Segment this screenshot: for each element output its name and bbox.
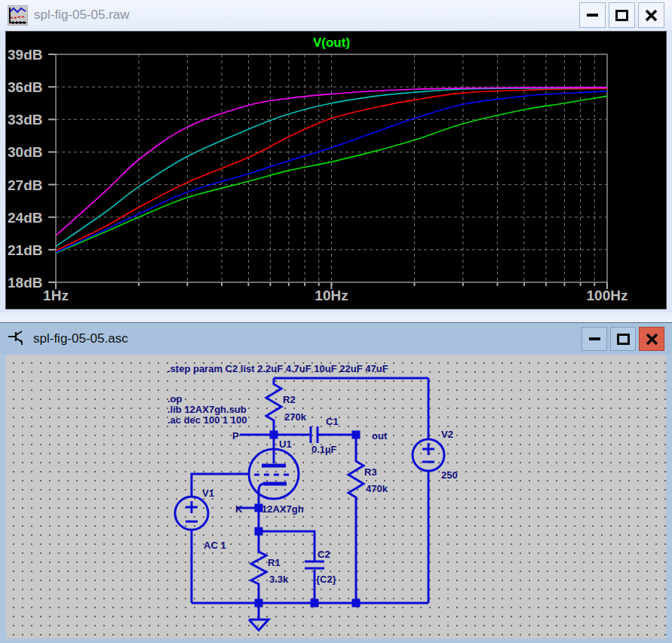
plot-window-title: spl-fig-05-05.raw: [34, 8, 130, 23]
minimize-icon: [589, 337, 600, 340]
schematic-window: spl-fig-05-05.asc .step param C2 list 2.…: [0, 322, 672, 643]
spice-directive-step[interactable]: .step param C2 list 2.2uF 4.7uF 10uF 22u…: [167, 363, 388, 374]
maximize-icon: [615, 10, 628, 21]
plot-maximize-button[interactable]: [609, 2, 635, 28]
x-axis-label: 100Hz: [587, 288, 628, 303]
u1-name-label[interactable]: U1: [279, 438, 292, 450]
minimize-icon: [587, 14, 598, 17]
resistor-body[interactable]: [251, 531, 266, 603]
close-icon: [645, 10, 658, 21]
capacitor-c1[interactable]: [311, 426, 318, 443]
plot-ticks: [48, 54, 607, 289]
waveform-plot-area[interactable]: 39dB36dB33dB30dB27dB24dB21dB18dB1Hz10Hz1…: [6, 32, 666, 309]
mdi-background: [0, 312, 672, 322]
schematic-maximize-button[interactable]: [610, 327, 636, 351]
v1-value-label[interactable]: AC 1: [204, 540, 226, 551]
c1-name-label[interactable]: C1: [326, 416, 339, 427]
r3-value-label[interactable]: 470k: [366, 483, 388, 494]
resistor-r3[interactable]: [348, 435, 364, 500]
wire-grid-v1[interactable]: [192, 474, 249, 497]
resistor-r2[interactable]: [266, 378, 281, 435]
spice-directive-op[interactable]: .op: [167, 393, 183, 405]
schematic-window-titlebar[interactable]: spl-fig-05-05.asc: [0, 323, 672, 355]
y-axis-label: 18dB: [8, 275, 42, 291]
schematic-minimize-button[interactable]: [581, 327, 607, 351]
y-axis-label: 27dB: [8, 177, 42, 193]
resistor-body[interactable]: [266, 378, 281, 435]
v2-value-label[interactable]: 250: [441, 469, 458, 481]
y-axis-label: 33dB: [8, 112, 42, 128]
r1-value-label[interactable]: 3.3k: [269, 574, 289, 585]
schematic-window-title: spl-fig-05-05.asc: [33, 331, 128, 346]
y-axis-label: 21dB: [8, 242, 42, 258]
plus-icon: [186, 501, 198, 513]
resistor-body[interactable]: [348, 435, 364, 500]
node-label-p[interactable]: P: [232, 430, 239, 441]
plot-minimize-button[interactable]: [579, 2, 606, 28]
y-axis-label: 39dB: [8, 47, 42, 63]
r1-name-label[interactable]: R1: [268, 557, 281, 568]
capacitor-plates[interactable]: [311, 426, 318, 443]
plot-window-titlebar[interactable]: spl-fig-05-05.raw: [0, 0, 672, 30]
voltage-source-v1[interactable]: [175, 497, 208, 530]
y-axis-label: 24dB: [8, 210, 42, 226]
waveform-plot: 39dB36dB33dB30dB27dB24dB21dB18dB1Hz10Hz1…: [6, 32, 666, 309]
maximize-icon: [617, 334, 630, 345]
plot-close-button[interactable]: [638, 2, 664, 28]
v1-name-label[interactable]: V1: [202, 488, 214, 499]
c1-value-label[interactable]: 0.1µF: [311, 444, 337, 455]
v2-name-label[interactable]: V2: [441, 429, 453, 440]
x-axis-label: 10Hz: [315, 288, 348, 303]
spice-directive-lib[interactable]: .lib 12AX7gh.sub: [167, 404, 247, 415]
schematic-drawing: .step param C2 list 2.2uF 4.7uF 10uF 22u…: [6, 355, 666, 638]
voltage-source-v2[interactable]: [413, 439, 444, 471]
plus-icon: [422, 443, 434, 455]
r3-name-label[interactable]: R3: [364, 466, 377, 478]
c2-name-label[interactable]: C2: [318, 549, 330, 560]
node-label-k[interactable]: K: [235, 503, 243, 515]
y-axis-label: 36dB: [8, 79, 42, 95]
x-axis-label: 1Hz: [43, 288, 69, 303]
node-label-out[interactable]: out: [372, 430, 388, 441]
y-axis-label: 30dB: [8, 144, 42, 160]
schematic-canvas[interactable]: .step param C2 list 2.2uF 4.7uF 10uF 22u…: [6, 355, 666, 638]
spice-directive-ac[interactable]: .ac dec 100 1 100: [167, 414, 247, 426]
plot-trace-title[interactable]: V(out): [313, 35, 350, 50]
capacitor-c2[interactable]: [305, 561, 324, 568]
waveform-file-icon: [8, 5, 28, 26]
plot-window: spl-fig-05-05.raw 39dB36dB33dB30dB27dB24…: [0, 0, 672, 312]
schematic-close-button[interactable]: [639, 327, 664, 351]
capacitor-plates[interactable]: [305, 561, 324, 568]
r2-name-label[interactable]: R2: [283, 394, 296, 405]
schematic-file-icon: [8, 329, 27, 349]
resistor-r1[interactable]: [251, 531, 266, 603]
u1-model-label[interactable]: 12AX7gh: [262, 503, 304, 515]
close-icon: [646, 334, 658, 345]
c2-value-label[interactable]: {C2}: [316, 574, 336, 585]
r2-value-label[interactable]: 270k: [284, 411, 307, 423]
